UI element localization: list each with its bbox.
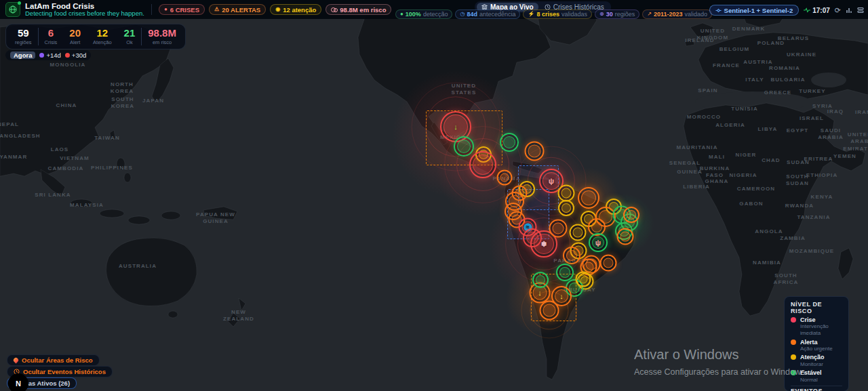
bar-chart-icon[interactable] (846, 7, 852, 14)
map-marker-estavel[interactable]: ψ (589, 233, 608, 252)
map-marker-atencao[interactable] (576, 272, 591, 287)
red-dot-icon (65, 53, 70, 58)
map-marker-alerta[interactable] (497, 170, 513, 186)
marker-ring (532, 272, 549, 288)
map-marker-alerta[interactable] (617, 228, 634, 245)
app-subtitle: Detecting food crises before they happen… (25, 10, 144, 17)
map-marker-alerta[interactable] (540, 301, 559, 321)
marker-ring (570, 224, 587, 241)
metric-badge-antecedência[interactable]: ◷84dantecedência (455, 9, 520, 19)
mouse-cursor-overlay: N (8, 373, 28, 391)
legend-item-alerta: AlertaAção urgente (791, 339, 842, 352)
header-badge-6-crises[interactable]: ●6 CRISES (159, 4, 205, 15)
legend-item-crise: CriseIntervenção imediata (791, 316, 842, 337)
marker-ring (525, 142, 545, 161)
stat-Ok: 21Ok (118, 28, 142, 45)
divider (791, 386, 842, 386)
map-marker-atencao[interactable] (558, 185, 575, 202)
metric-icon: ↗ (647, 12, 652, 17)
header-badge-12-aten-o[interactable]: ◉12 atenção (270, 4, 321, 15)
stat-Atenção: 12Atenção (87, 28, 118, 45)
stat-Crisis: 6Crisis (38, 28, 64, 45)
marker-ring (454, 136, 474, 157)
legend-dot-icon (791, 370, 796, 375)
marker-ring (563, 247, 580, 264)
metric-icon: ● (400, 12, 403, 17)
map-marker-atencao[interactable] (570, 224, 587, 241)
satellite-sources-badge[interactable]: Sentinel-1 + Sentinel-2 (709, 5, 800, 16)
purple-dot-icon (39, 53, 44, 58)
metric-badge-regiões[interactable]: ⊕30regiões (595, 9, 639, 19)
legend-item-estável: EstávelNormal (791, 369, 842, 383)
map-marker-atencao[interactable] (558, 200, 574, 216)
top-right-controls: Sentinel-1 + Sentinel-2 17:07 ⟳ (709, 5, 864, 16)
timeline-30d[interactable]: +30d (65, 52, 86, 59)
satellite-icon (715, 7, 722, 14)
marker-ring (497, 170, 513, 186)
stat-regiões: 59regiões (9, 28, 38, 45)
stat-em risco: 98.8Mem risco (141, 28, 182, 45)
marker-ring (578, 187, 599, 209)
marker-ring (540, 301, 559, 321)
marker-ring (617, 228, 634, 245)
map-marker-alerta[interactable] (600, 255, 617, 272)
map-marker-alerta[interactable] (563, 247, 580, 264)
events-title: EVENTOS (791, 388, 842, 391)
legend-dot-icon (791, 339, 796, 345)
marker-ring (600, 255, 617, 272)
marker-ring (558, 200, 574, 216)
legend-title: NÍVEL DE RISCO (791, 301, 842, 314)
eye-icon: ◉ (275, 7, 280, 12)
people-icon (331, 7, 337, 12)
yarrow-icon: ↓ (559, 293, 564, 300)
status-dot (18, 1, 21, 5)
marker-ring (623, 207, 639, 223)
marker-ring (469, 151, 496, 178)
map-marker-estavel[interactable] (532, 272, 549, 288)
flame-icon (13, 357, 20, 364)
legend-dot-icon (791, 317, 796, 323)
metric-icon: ◷ (460, 12, 465, 17)
header-badge-98-8m-em-risco[interactable]: 98.8M em risco (326, 4, 391, 15)
map-marker-estavel[interactable] (454, 136, 474, 157)
marker-ring (556, 264, 574, 281)
metric-icon: ⚡ (528, 12, 534, 17)
globe-logo-icon (5, 2, 20, 17)
metric-badge-detecção[interactable]: ●100%detecção (395, 9, 452, 19)
map-marker-alerta[interactable] (623, 207, 639, 223)
cactus-icon: ψ (595, 239, 601, 247)
timeline-14d[interactable]: +14d (39, 52, 60, 59)
map-marker-alerta[interactable] (549, 220, 568, 238)
metric-badge-validado[interactable]: ↗2011-2023validado (642, 9, 712, 19)
arrow-icon: ↓ (454, 123, 458, 131)
metric-icon: ⊕ (599, 12, 604, 17)
map-marker-alerta[interactable] (578, 187, 599, 209)
header-badge-20-alertas[interactable]: ⚠20 ALERTAS (209, 4, 266, 15)
forecast-timeline: Agora +14d +30d (5, 50, 91, 60)
stack-icon[interactable] (857, 7, 864, 14)
timeline-now-chip[interactable]: Agora (10, 52, 35, 59)
crisis-marker-layer: ↓ψ≈❄ψ↓↓ (0, 0, 868, 391)
map-marker-alerta[interactable] (525, 142, 545, 161)
marker-ring (576, 272, 591, 287)
map-marker-estavel[interactable] (556, 264, 574, 281)
snow-icon: ❄ (540, 241, 547, 248)
yarrow-icon: ↓ (538, 289, 542, 297)
refresh-icon[interactable]: ⟳ (835, 6, 841, 15)
risk-legend-panel: NÍVEL DE RISCO CriseIntervenção imediata… (784, 296, 849, 391)
brand: LatAm Food Crisis Detecting food crises … (5, 2, 144, 17)
map-marker-crise[interactable] (469, 151, 496, 178)
divider (151, 4, 152, 15)
live-clock: 17:07 (804, 7, 830, 14)
metric-badge-validadas[interactable]: ⚡8 crisesvalidadas (523, 9, 592, 19)
legend-dot-icon (791, 354, 796, 360)
toggle-risk-areas-button[interactable]: Ocultar Áreas de Risco (7, 354, 100, 366)
map-marker-estavel[interactable] (500, 133, 519, 152)
marker-ring (500, 133, 519, 152)
dot-icon: ● (164, 7, 167, 12)
legend-items: CriseIntervenção imediataAlertaAção urge… (791, 316, 842, 383)
cactus-icon: ψ (549, 178, 554, 185)
legend-item-atenção: AtençãoMonitorar (791, 354, 842, 367)
header-badges: ●6 CRISES⚠20 ALERTAS◉12 atenção98.8M em … (159, 4, 392, 15)
validation-metrics: ●100%detecção◷84dantecedência⚡8 crisesva… (395, 9, 712, 19)
